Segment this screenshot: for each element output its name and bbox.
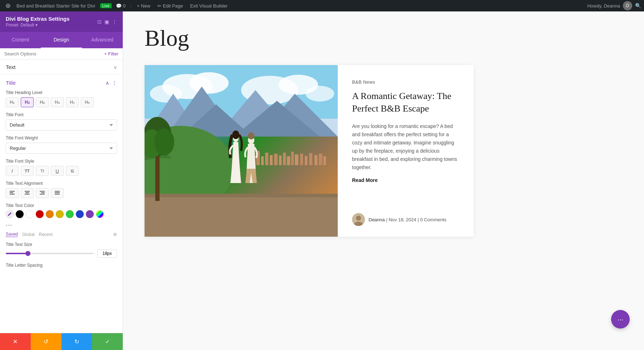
color-swatches-row (6, 210, 117, 218)
align-left-btn[interactable] (6, 188, 19, 198)
svg-rect-35 (261, 156, 264, 165)
floating-action-button[interactable]: ··· (611, 310, 630, 329)
svg-rect-42 (291, 152, 294, 165)
new-button[interactable]: + New (134, 3, 153, 9)
purple-swatch[interactable] (86, 210, 94, 218)
heading-h1-btn[interactable]: H₁ (6, 97, 19, 107)
heading-h6-btn[interactable]: H₆ (81, 97, 94, 107)
svg-rect-6 (25, 194, 30, 194)
tab-advanced[interactable]: Advanced (82, 32, 123, 48)
comment-icon: 💬 (116, 3, 122, 9)
heading-buttons: H₁ H₂ H₃ H₄ H₅ H₆ (6, 97, 117, 107)
font-weight-label: Title Font Weight (6, 135, 117, 141)
reset-button[interactable]: ↺ (31, 333, 62, 350)
text-size-value-input[interactable] (97, 249, 117, 258)
font-weight-field: Title Font Weight Regular (6, 135, 117, 154)
text-size-label: Title Text Size (6, 242, 117, 247)
comment-count: 0 (123, 3, 126, 9)
search-options-bar: + Filter (0, 48, 123, 60)
user-avatar[interactable]: D (623, 1, 632, 10)
slider-fill (6, 253, 28, 254)
blog-card-title: A Romantic Getaway: The Perfect B&B Esca… (352, 90, 459, 115)
italic-btn[interactable]: I (6, 166, 19, 176)
orange-swatch[interactable] (46, 210, 54, 218)
svg-rect-43 (295, 154, 298, 165)
search-icon[interactable]: 🔍 (635, 3, 641, 9)
color-tab-recent[interactable]: Recent (39, 232, 53, 237)
svg-rect-14 (55, 194, 60, 194)
color-settings-icon[interactable]: ⚙ (113, 232, 117, 237)
read-more-link[interactable]: Read More (352, 177, 459, 183)
author-name: Deanna (369, 217, 385, 222)
text-size-slider-track[interactable] (6, 253, 94, 254)
alignment-buttons (6, 188, 117, 198)
svg-point-57 (232, 130, 239, 139)
cancel-button[interactable]: ✕ (0, 333, 31, 350)
svg-rect-45 (305, 156, 307, 165)
heading-h2-btn[interactable]: H₂ (21, 97, 34, 107)
title-section-icons: ∧ ⋮ (106, 80, 117, 86)
search-options-input[interactable] (4, 51, 101, 56)
heading-h4-btn[interactable]: H₄ (51, 97, 64, 107)
color-tab-global[interactable]: Global (22, 232, 35, 237)
blue-swatch[interactable] (76, 210, 84, 218)
align-center-btn[interactable] (21, 188, 34, 198)
panel-icon-expand[interactable]: ⊡ (97, 19, 102, 25)
tab-design[interactable]: Design (41, 32, 82, 48)
undo-button[interactable]: ↻ (62, 333, 92, 350)
panel-preset[interactable]: Preset: Default ▾ (6, 23, 69, 28)
heading-h3-btn[interactable]: H₃ (36, 97, 49, 107)
post-date: Nov 18, 2024 (389, 217, 416, 222)
align-justify-btn[interactable] (51, 188, 64, 198)
svg-rect-39 (279, 156, 282, 165)
text-size-slider-row (6, 249, 117, 258)
title-more-icon[interactable]: ⋮ (112, 80, 117, 86)
text-section-row[interactable]: Text ∨ (0, 60, 123, 75)
panel-icon-more[interactable]: ⋮ (112, 19, 117, 25)
red-swatch[interactable] (36, 210, 44, 218)
svg-rect-49 (323, 156, 326, 165)
panel-header: Divi Blog Extras Settings Preset: Defaul… (0, 11, 123, 32)
save-button[interactable]: ✓ (92, 333, 123, 350)
title-collapse-icon[interactable]: ∧ (106, 80, 109, 86)
filter-button[interactable]: + Filter (104, 51, 118, 56)
svg-rect-41 (287, 156, 290, 165)
heading-h5-btn[interactable]: H₅ (66, 97, 79, 107)
admin-bar-right: Howdy, Deanna D 🔍 (587, 1, 641, 10)
wordpress-icon[interactable]: ⊕ (3, 1, 13, 11)
floating-more-icon: ··· (618, 315, 624, 324)
uppercase-btn[interactable]: TT (21, 166, 34, 176)
edit-page-button[interactable]: ✏ Edit Page (155, 3, 186, 9)
svg-rect-2 (10, 194, 15, 194)
title-section-header: Title ∧ ⋮ (6, 75, 117, 90)
svg-rect-10 (40, 194, 45, 194)
text-alignment-label: Title Text Alignment (6, 181, 117, 186)
site-name[interactable]: Bed and Breakfast Starter Site for Divi (14, 3, 97, 9)
eyedropper-swatch[interactable] (6, 210, 14, 218)
color-tab-saved[interactable]: Saved (6, 232, 18, 237)
exit-visual-builder-button[interactable]: Exit Visual Builder (187, 3, 230, 9)
slider-thumb[interactable] (25, 251, 30, 256)
font-style-field: Title Font Style I TT Tt U S (6, 159, 117, 176)
svg-point-59 (248, 132, 254, 139)
svg-rect-47 (314, 155, 317, 165)
svg-rect-5 (25, 192, 29, 193)
align-right-btn[interactable] (36, 188, 49, 198)
strikethrough-btn[interactable]: S (66, 166, 79, 176)
capitalize-btn[interactable]: Tt (36, 166, 49, 176)
panel-icon-layout[interactable]: ▣ (104, 19, 109, 25)
font-select[interactable]: Default (6, 119, 117, 130)
comments-link[interactable]: 💬 0 (113, 3, 128, 9)
font-weight-select[interactable]: Regular (6, 143, 117, 154)
yellow-swatch[interactable] (56, 210, 64, 218)
blog-card-category: B&B News (352, 79, 459, 85)
black-swatch[interactable] (16, 210, 24, 218)
white-swatch[interactable] (26, 210, 34, 218)
tab-content[interactable]: Content (0, 32, 41, 48)
svg-rect-38 (274, 154, 278, 165)
more-colors-btn[interactable]: ⋯ (6, 221, 12, 229)
svg-point-61 (356, 216, 361, 221)
custom-color-swatch[interactable] (96, 210, 104, 218)
underline-btn[interactable]: U (51, 166, 64, 176)
green-swatch[interactable] (66, 210, 74, 218)
